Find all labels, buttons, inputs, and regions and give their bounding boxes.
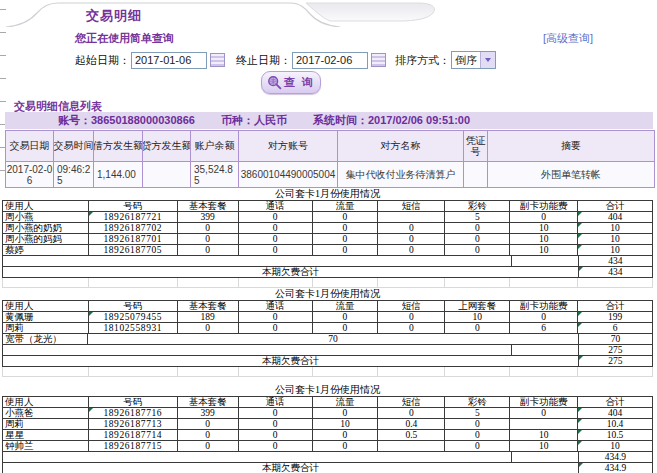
cell: [510, 419, 578, 430]
cell: 0: [510, 312, 578, 323]
cell: 10: [510, 245, 578, 256]
column-header: 短信: [378, 201, 445, 212]
cell: 0: [178, 323, 239, 334]
cell: 70: [579, 334, 653, 345]
cell: 0: [510, 212, 578, 223]
calendar-icon[interactable]: [210, 53, 225, 67]
cell: 275: [579, 345, 653, 356]
column-header: 通话: [239, 201, 313, 212]
cell: 0: [378, 408, 445, 419]
cell: [313, 367, 379, 377]
column-header: 副卡功能费: [510, 301, 578, 312]
cell: 小燕爸: [3, 408, 89, 419]
cell: 0: [239, 245, 313, 256]
start-date-input[interactable]: 2017-01-06: [131, 52, 207, 69]
column-header: 对方账号: [239, 131, 338, 161]
cell: 18926187721: [89, 212, 178, 223]
cell: [512, 256, 579, 267]
cell: 10: [578, 234, 653, 245]
cell: [3, 367, 89, 377]
cell: 0: [178, 245, 239, 256]
query-controls: 起始日期： 2017-01-06 终止日期： 2017-02-06 排序方式： …: [75, 51, 496, 69]
column-header: 通话: [239, 301, 313, 312]
cell: 星星: [3, 430, 89, 441]
advanced-query-link[interactable]: [高级查询]: [543, 31, 593, 46]
cell: 5: [445, 212, 510, 223]
account-number: 账号：38650188000030866: [58, 113, 195, 128]
end-date-input[interactable]: 2017-02-06: [292, 52, 368, 69]
tick-mark: [0, 32, 6, 33]
cell: 6: [510, 323, 578, 334]
usage-header-row: 使用人号码基本套餐通话流量短信上网套餐副卡功能费合计: [2, 300, 653, 312]
column-header: 对方名称: [338, 131, 464, 161]
cell: 周小燕: [3, 212, 89, 223]
excel-flag-icon: [578, 312, 582, 316]
cell: 18926187705: [89, 245, 178, 256]
transaction-row: 2017-02-0609:46:251,144.0035,524.8538600…: [6, 161, 654, 187]
column-header: 号码: [89, 397, 178, 408]
cell: 35,524.85: [191, 161, 239, 187]
column-header: 短信: [378, 397, 445, 408]
column-header: 号码: [89, 301, 178, 312]
cell: [3, 452, 512, 463]
cell: [378, 278, 445, 288]
column-header: 凭证号: [464, 131, 488, 161]
sort-select[interactable]: 倒序: [451, 51, 496, 69]
excel-flag-icon: [579, 356, 583, 360]
cell: 0: [313, 223, 379, 234]
cell: [510, 278, 578, 288]
cell: 本期欠费合计: [3, 267, 579, 278]
cell: 0: [510, 408, 578, 419]
usage-table-title: 公司套卡1月份使用情况: [2, 384, 653, 396]
cell: 0: [445, 223, 510, 234]
column-header: 上网套餐: [445, 301, 510, 312]
usage-header-row: 使用人号码基本套餐通话流量短信彩铃副卡功能费合计: [2, 396, 653, 408]
tab-transaction-detail[interactable]: 交易明细: [86, 7, 142, 25]
table-row: 周小燕的妈妈18926187701000001010: [2, 234, 653, 245]
column-header: 号码: [89, 201, 178, 212]
cell: 0: [445, 323, 510, 334]
cell: 18926187702: [89, 223, 178, 234]
cell: 18926187713: [89, 419, 178, 430]
calendar-icon[interactable]: [371, 53, 386, 67]
cell: 0: [178, 441, 239, 452]
cell: 0.5: [378, 430, 445, 441]
cell: [239, 367, 313, 377]
cell: 2017-02-06: [6, 161, 54, 187]
cell: 18102558931: [89, 323, 178, 334]
column-header: 摘要: [488, 131, 654, 161]
cell: 周小燕的奶奶: [3, 223, 89, 234]
cell: [378, 367, 445, 377]
usage-header-row: 使用人号码基本套餐通话流量短信彩铃副卡功能费合计: [2, 200, 653, 212]
cell: [378, 441, 445, 452]
table-row: 275: [2, 345, 653, 356]
cell: 0: [445, 245, 510, 256]
excel-flag-icon: [89, 212, 93, 216]
usage-tables: 公司套卡1月份使用情况使用人号码基本套餐通话流量短信彩铃副卡功能费合计周小燕18…: [2, 188, 653, 473]
cell: 18926187714: [89, 430, 178, 441]
cell: 0: [239, 223, 313, 234]
column-header: 基本套餐: [178, 201, 239, 212]
table-row: 周小燕的奶奶18926187702000001010: [2, 223, 653, 234]
end-date-value: 2017-02-06: [296, 54, 352, 66]
cell: [178, 278, 239, 288]
query-button[interactable]: 查 询: [261, 71, 321, 94]
column-header: 合计: [578, 301, 653, 312]
cell: 18925079455: [89, 312, 178, 323]
account-bar: 账号：38650188000030866 币种：人民币 系统时间：2017/02…: [5, 112, 653, 129]
table-row: 周莉181025589310000066: [2, 323, 653, 334]
cell: [512, 345, 579, 356]
table-row: 434.9: [2, 452, 653, 463]
cell: 0: [313, 408, 379, 419]
usage-table-title: 公司套卡1月份使用情况: [2, 288, 653, 300]
cell: 钟帅兰: [3, 441, 89, 452]
tick-mark: [0, 9, 6, 10]
cell: 0: [445, 441, 510, 452]
cell: 38600104490005004: [239, 161, 338, 187]
column-header: 短信: [378, 301, 445, 312]
cell: [178, 367, 239, 377]
column-header: 彩铃: [445, 397, 510, 408]
table-row: 周莉1892618771300100.4010.4: [2, 419, 653, 430]
cell: 18926187716: [89, 408, 178, 419]
page: 交易明细 您正在使用简单查询 [高级查询] 起始日期： 2017-01-06 终…: [0, 0, 657, 473]
